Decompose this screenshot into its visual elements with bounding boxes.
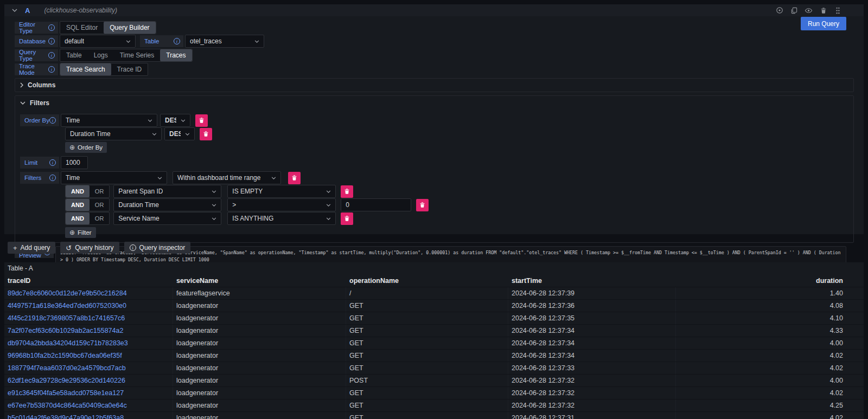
service-name-cell: loadgenerator [173, 399, 346, 411]
trace-id-link[interactable]: 96968b10fa2b2c1590bc67dea06ef35f [8, 352, 122, 359]
column-header-traceid[interactable]: traceID [4, 274, 173, 287]
filter-operator-select[interactable]: Within dashboard time range [173, 171, 281, 184]
trace-mode-option-trace-search[interactable]: Trace Search [60, 63, 111, 75]
trace-id-link[interactable]: 62df1ec9a29728c9e29536c20d140226 [8, 377, 125, 384]
filter-field-select[interactable]: Duration Time [113, 198, 221, 211]
query-help-icon[interactable] [775, 7, 783, 15]
chevron-down-icon [20, 101, 25, 105]
add-query-button[interactable]: + Add query [8, 242, 55, 254]
run-query-button[interactable]: Run Query [801, 17, 846, 30]
hide-response-eye-icon[interactable] [805, 7, 813, 15]
info-icon[interactable]: i [49, 159, 56, 166]
query-inspector-button[interactable]: i Query inspector [124, 242, 191, 254]
order-by-field-select[interactable]: Time [61, 114, 157, 127]
conjunction-toggle: AND OR [65, 185, 110, 198]
trace-id-link[interactable]: 7a2f07ecf63c60b1029ab2ac155874a2 [8, 327, 123, 334]
editor-type-option-query-builder[interactable]: Query Builder [104, 22, 155, 34]
add-order-by-button[interactable]: ⊕ Order By [65, 142, 107, 153]
remove-order-by-button[interactable] [200, 128, 212, 140]
query-type-option-traces[interactable]: Traces [160, 49, 192, 61]
table-panel-title: Table - A [4, 262, 864, 274]
and-option[interactable]: AND [66, 199, 90, 211]
order-by-field-select[interactable]: Duration Time [65, 127, 162, 140]
filter-value-input[interactable] [341, 198, 411, 211]
start-time-cell: 2024-06-28 12:37:35 [508, 312, 676, 324]
info-icon[interactable]: i [174, 38, 180, 44]
table-select[interactable]: otel_traces [185, 35, 264, 48]
start-time-cell: 2024-06-28 12:37:31 [508, 412, 676, 419]
query-type-row: Query Type i Table Logs Time Series Trac… [15, 49, 854, 62]
query-type-option-time-series[interactable]: Time Series [114, 49, 161, 61]
operation-name-cell: GET [346, 412, 508, 419]
info-icon[interactable]: i [48, 38, 55, 44]
duplicate-query-icon[interactable] [790, 7, 798, 15]
or-option[interactable]: OR [90, 212, 110, 224]
or-option[interactable]: OR [90, 199, 110, 211]
query-history-button[interactable]: ↺ Query history [60, 242, 119, 254]
info-icon[interactable]: i [48, 24, 55, 31]
trace-id-link[interactable]: 89dc7e8c6060c0d12de7e9b50c216284 [8, 289, 127, 297]
add-order-by-row: ⊕ Order By [20, 142, 848, 153]
chevron-down-icon [326, 217, 331, 220]
filter-field-select[interactable]: Service Name [113, 212, 221, 225]
trace-id-link[interactable]: db9704a2bbda34204d159c71b78283e3 [8, 339, 128, 347]
query-type-option-table[interactable]: Table [60, 49, 88, 61]
remove-order-by-button[interactable] [195, 114, 208, 127]
remove-query-trash-icon[interactable] [819, 7, 827, 15]
conjunction-toggle: AND OR [65, 212, 110, 225]
filter-field-select[interactable]: Time [61, 171, 167, 184]
query-type-option-logs[interactable]: Logs [88, 49, 114, 61]
info-icon[interactable]: i [48, 66, 55, 73]
collapse-query-chevron-down-icon[interactable] [12, 9, 17, 12]
drag-handle-icon[interactable] [834, 7, 842, 15]
trace-id-link[interactable]: b5c01d4a2f6e38d9c47a90e12b5f63a8 [8, 414, 124, 419]
add-filter-button[interactable]: ⊕ Filter [65, 227, 96, 238]
and-option[interactable]: AND [66, 185, 90, 197]
chevron-down-icon [212, 204, 216, 207]
filter-operator-select[interactable]: > [227, 198, 336, 211]
table-row: 1887794f7eaa6037d0e2a4579bcd7acb loadgen… [4, 362, 864, 374]
trace-id-link[interactable]: 4f45c21918c73698057a8b1c741657c6 [8, 314, 125, 322]
info-icon[interactable]: i [48, 52, 55, 59]
trace-id-link[interactable]: 1887794f7eaa6037d0e2a4579bcd7acb [8, 364, 126, 372]
filter-operator-select[interactable]: IS ANYTHING [227, 212, 336, 225]
column-header-servicename[interactable]: serviceName [173, 274, 346, 287]
add-query-label: Add query [21, 244, 50, 252]
chevron-down-icon [254, 40, 259, 43]
remove-filter-button[interactable] [341, 212, 353, 225]
or-option[interactable]: OR [90, 185, 110, 197]
chevron-down-icon [181, 119, 186, 122]
trace-id-link[interactable]: e67ee7b53870d4c864ca50409ca0e64c [8, 402, 127, 409]
info-icon[interactable]: i [49, 117, 56, 124]
remove-filter-button[interactable] [416, 199, 429, 211]
limit-input[interactable] [61, 156, 88, 169]
columns-section-header[interactable]: Columns [20, 81, 848, 89]
editor-type-option-sql-editor[interactable]: SQL Editor [60, 22, 104, 34]
column-header-starttime[interactable]: startTime [508, 274, 676, 287]
filter-operator-value: IS EMPTY [232, 188, 263, 195]
order-by-direction-select[interactable]: DESC [164, 127, 195, 140]
trace-id-link[interactable]: 4f497571a618e364ed7ded60752030e0 [8, 302, 126, 310]
column-header-duration[interactable]: duration [676, 274, 864, 287]
operation-name-cell: / [346, 287, 508, 299]
add-order-by-label: Order By [78, 144, 103, 151]
trace-mode-option-trace-id[interactable]: Trace ID [111, 63, 148, 75]
trace-id-link[interactable]: e91c3645f04fa5e58adcd0758e1ea127 [8, 389, 124, 397]
database-select[interactable]: default [60, 35, 136, 48]
filters-section-header[interactable]: Filters [20, 99, 848, 107]
table-row: db9704a2bbda34204d159c71b78283e3 loadgen… [4, 337, 864, 349]
filter-field-value: Parent Span ID [118, 188, 163, 195]
query-type-label: Query Type [19, 49, 48, 62]
remove-filter-button[interactable] [341, 185, 353, 198]
duration-cell: 4.25 [676, 399, 864, 411]
remove-filter-button[interactable] [288, 172, 301, 184]
filter-operator-select[interactable]: IS EMPTY [227, 185, 336, 198]
editor-type-label: Editor Type [19, 21, 48, 34]
editor-type-label-chip: Editor Type i [15, 22, 58, 34]
service-name-cell: loadgenerator [173, 362, 346, 374]
column-header-operationname[interactable]: operationName [346, 274, 508, 287]
order-by-direction-select[interactable]: DESC [160, 114, 190, 127]
info-icon[interactable]: i [49, 175, 56, 181]
and-option[interactable]: AND [66, 212, 90, 224]
filter-field-select[interactable]: Parent Span ID [113, 185, 221, 198]
